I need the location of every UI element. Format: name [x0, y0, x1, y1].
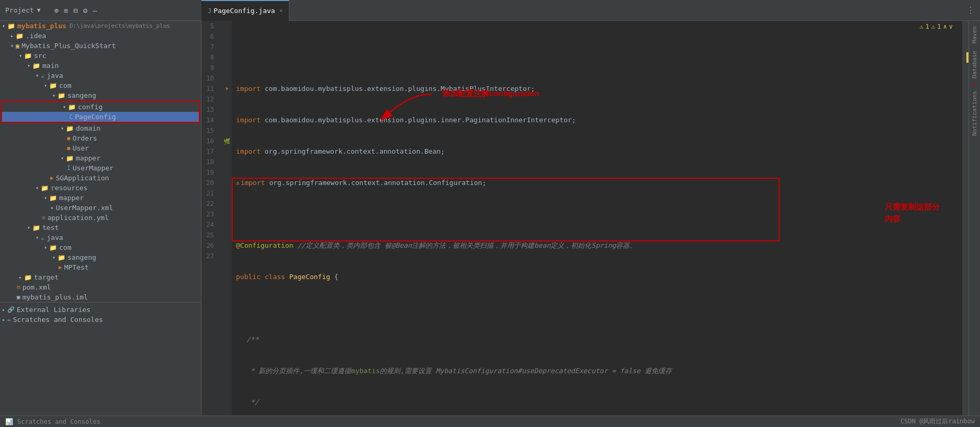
tab-pageconfig[interactable]: J PageConfig.java × — [201, 0, 289, 21]
gutter-27 — [222, 251, 232, 261]
sidebar-item-com[interactable]: ▾ 📁 com — [0, 80, 201, 90]
ln-11: 11 — [201, 84, 218, 94]
toolbar-icons: ⊕ ≡ ⊟ ⚙ — — [54, 6, 99, 15]
sidebar-item-label: java — [47, 234, 63, 241]
gutter-19 — [222, 167, 232, 178]
ln-20: 20 — [201, 178, 218, 188]
sidebar-item-quickstart[interactable]: ▾ ▣ Mybatis_Plus_QuickStart — [0, 41, 201, 51]
gutter-22 — [222, 199, 232, 209]
watermark: CSDN @风雨过后rainbow — [900, 417, 975, 426]
sidebar-item-label: PageConfig — [75, 113, 116, 121]
code-line-10: @Configuration //定义配置类，类内部包含 被@Bean注解的方法… — [236, 240, 962, 251]
sidebar-item-sgapplication[interactable]: ▶ SGApplication — [0, 173, 201, 183]
main-content: ▾ 📁 mybatis_plus D:\java\projects\mybati… — [0, 21, 980, 416]
nav-down[interactable]: ∨ — [949, 23, 953, 30]
sidebar-item-mptest[interactable]: ▶ MPTest — [0, 262, 201, 272]
sidebar-item-orders[interactable]: ● Orders — [0, 133, 201, 143]
right-panel-notifications[interactable]: Notifications — [970, 88, 979, 139]
sidebar-item-java-test[interactable]: ▾ ☕ java — [0, 233, 201, 243]
sidebar-item-pageconfig[interactable]: C PageConfig — [2, 112, 199, 122]
collapse-icon[interactable]: ⊟ — [73, 6, 77, 15]
top-bar-left: Project ▼ ⊕ ≡ ⊟ ⚙ — — [0, 6, 201, 15]
sidebar-item-test[interactable]: ▾ 📁 test — [0, 223, 201, 233]
ln-16: 16 — [201, 136, 218, 146]
sidebar-item-appyml[interactable]: ⚙ application.yml — [0, 213, 201, 223]
minus-icon[interactable]: — — [93, 6, 97, 15]
sidebar-item-java[interactable]: ▾ ☕ java — [0, 71, 201, 80]
yml-icon: ⚙ — [42, 214, 46, 221]
project-label[interactable]: Project — [5, 6, 34, 14]
sgapp-icon: ▶ — [50, 175, 54, 181]
sidebar-item-src[interactable]: ▾ 📁 src — [0, 51, 201, 61]
config-redbox: ▾ 📁 config C PageConfig — [1, 101, 200, 123]
ln-17: 17 — [201, 146, 218, 157]
code-line-6: import com.baomidou.mybatisplus.extensio… — [236, 115, 962, 125]
ln-12: 12 — [201, 94, 218, 105]
code-container[interactable]: 5 6 7 ⚠ 8 9 10 11 12 13 14 15 16 17 18 1… — [201, 21, 968, 416]
domain-folder-icon: 📁 — [66, 125, 74, 132]
gutter-13 — [222, 105, 232, 115]
sidebar-item-sangeng-test[interactable]: ▾ 📁 sangeng — [0, 252, 201, 262]
com-test-icon: 📁 — [49, 244, 57, 251]
sidebar-item-scratches[interactable]: ▸ ✏ Scratches and Consoles — [0, 315, 201, 325]
editor-scrollbar[interactable] — [962, 21, 968, 416]
dropdown-arrow[interactable]: ▼ — [37, 7, 41, 14]
top-bar: Project ▼ ⊕ ≡ ⊟ ⚙ — J PageConfig.java × … — [0, 0, 980, 21]
src-icon: 📁 — [24, 52, 32, 60]
test-folder-icon: 📁 — [32, 224, 40, 232]
more-icon[interactable]: ⋮ — [966, 5, 975, 15]
sidebar-item-extlibs[interactable]: ▸ 🔗 External Libraries — [0, 305, 201, 315]
code-editor[interactable]: import com.baomidou.mybatisplus.extensio… — [232, 21, 962, 416]
sidebar-item-config[interactable]: ▾ 📁 config — [2, 102, 199, 112]
settings-icon[interactable]: ⚙ — [83, 6, 87, 15]
gutter-10 — [222, 73, 232, 84]
status-left: 📊 Scratches and Consoles — [5, 418, 100, 425]
tab-java-icon: J — [208, 7, 211, 15]
nav-up[interactable]: ∧ — [943, 23, 947, 30]
java-src-icon: ☕ — [41, 72, 44, 79]
sidebar-item-target[interactable]: ▸ 📁 target — [0, 272, 201, 282]
tab-label: PageConfig.java — [213, 7, 275, 15]
sidebar-item-label: Mybatis_Plus_QuickStart — [21, 42, 116, 50]
sidebar-item-label: application.yml — [48, 214, 109, 222]
sidebar-item-user[interactable]: ● User — [0, 143, 201, 153]
sidebar-item-pom[interactable]: m pom.xml — [0, 282, 201, 292]
sidebar-item-mybatis-plus[interactable]: ▾ 📁 mybatis_plus D:\java\projects\mybati… — [0, 21, 201, 31]
iml-icon: ▣ — [17, 294, 20, 301]
main-folder-icon: 📁 — [32, 62, 40, 70]
gutter-17 — [222, 146, 232, 157]
ln-8: ⚠ 8 — [201, 52, 218, 63]
pageconfig-class-icon: C — [69, 113, 73, 121]
sidebar-item-usermapper[interactable]: I UserMapper — [0, 163, 201, 173]
sidebar-item-label: config — [78, 103, 103, 111]
sidebar-item-label: src — [34, 52, 46, 60]
ln-21: 21 — [201, 188, 218, 199]
tabs-bar: J PageConfig.java × ⋮ — [201, 0, 980, 21]
globe-icon[interactable]: ⊕ — [54, 6, 58, 15]
scratches-status[interactable]: Scratches and Consoles — [17, 418, 100, 425]
sidebar-item-sangeng[interactable]: ▾ 📁 sangeng — [0, 90, 201, 100]
sidebar-item-com-test[interactable]: ▾ 📁 com — [0, 243, 201, 252]
sidebar-item-main[interactable]: ▾ 📁 main — [0, 61, 201, 71]
sidebar-item-domain[interactable]: ▾ 📁 domain — [0, 123, 201, 133]
sidebar-item-iml[interactable]: ▣ mybatis_plus.iml — [0, 292, 201, 302]
ln-25: 25 — [201, 230, 218, 240]
sidebar-item-label: pom.xml — [22, 283, 51, 291]
bar-chart-icon: 📊 — [5, 418, 13, 425]
idea-folder-icon: 📁 — [16, 32, 24, 40]
sidebar-item-usermapperxml[interactable]: ✦ UserMapper.xml — [0, 203, 201, 213]
list-icon[interactable]: ≡ — [64, 6, 68, 15]
tab-close-btn[interactable]: × — [279, 7, 283, 14]
sidebar-item-label: User — [73, 144, 89, 152]
sidebar-item-mapper-res[interactable]: ▾ 📁 mapper — [0, 193, 201, 203]
sidebar-item-idea[interactable]: ▸ 📁 .idea — [0, 31, 201, 41]
sidebar-item-resources[interactable]: ▾ 📁 resources — [0, 183, 201, 193]
right-panel-maven[interactable]: Maven — [970, 23, 979, 47]
gutter-16: 🌿 — [222, 136, 232, 146]
code-line-7: import org.springframework.context.annot… — [236, 146, 962, 157]
ln-27: 27 — [201, 251, 218, 261]
right-panel-database[interactable]: Database — [970, 48, 979, 82]
sidebar-item-mapper[interactable]: ▾ 📁 mapper — [0, 153, 201, 163]
sidebar-item-label: main — [42, 62, 59, 70]
sidebar-item-label: sangeng — [67, 91, 96, 99]
